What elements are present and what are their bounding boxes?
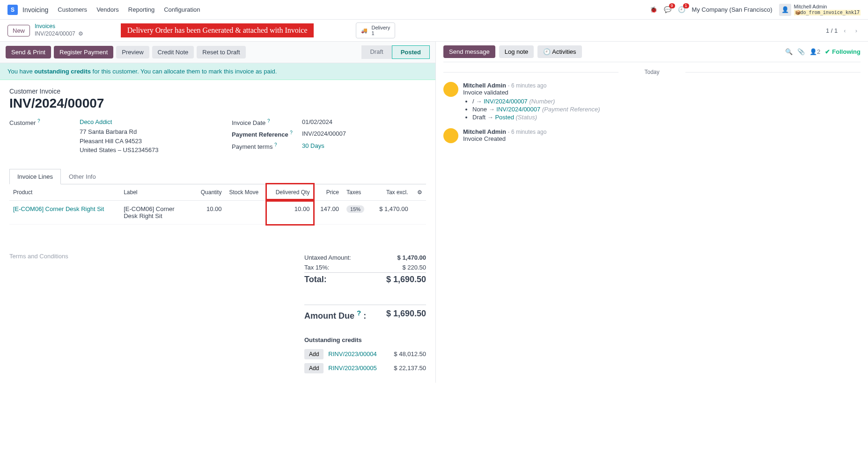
doc-number: INV/2024/00007 (9, 96, 426, 111)
pager-next-icon[interactable]: › (852, 26, 861, 36)
col-product[interactable]: Product (9, 184, 120, 201)
form-view: Send & Print Register Payment Preview Cr… (0, 42, 435, 383)
messages-icon[interactable]: 💬9 (664, 6, 671, 13)
tab-invoice-lines[interactable]: Invoice Lines (9, 169, 61, 184)
cell-tax[interactable]: 15% (343, 200, 371, 224)
add-credit-button[interactable]: Add (304, 349, 324, 359)
smart-button-delivery[interactable]: 🚚 Delivery 1 (356, 22, 395, 38)
activities-button[interactable]: 🕘 Activities (537, 45, 581, 58)
annotation-banner: Delivery Order has been Generated & atta… (121, 23, 314, 37)
chatter-message: Mitchell Admin - 6 minutes ago Invoice v… (443, 82, 861, 122)
cell-label[interactable]: [E-COM06] Corner Desk Right Sit (120, 200, 193, 224)
status-posted[interactable]: Posted (392, 45, 430, 59)
company-switcher[interactable]: My Company (San Francisco) (692, 6, 772, 13)
invoice-date-label: Invoice Date ? (232, 118, 302, 126)
customer-value[interactable]: Deco Addict (80, 118, 204, 125)
send-print-button[interactable]: Send & Print (6, 46, 51, 58)
invoice-date-value[interactable]: 01/02/2024 (302, 118, 426, 125)
payment-terms-value[interactable]: 30 Days (302, 142, 426, 149)
menu-configuration[interactable]: Configuration (164, 6, 200, 13)
top-nav: S Invoicing Customers Vendors Reporting … (0, 0, 868, 20)
avatar-icon: 👤 (779, 4, 791, 16)
new-button[interactable]: New (7, 25, 30, 36)
user-name: Mitchell Admin (794, 4, 861, 10)
col-price[interactable]: Price (313, 184, 343, 201)
debug-icon[interactable]: 🐞 (650, 6, 657, 13)
tabs: Invoice Lines Other Info (9, 169, 426, 184)
db-name: 📦do_from_invoice_knk17 (794, 10, 861, 15)
outstanding-credits-alert[interactable]: You have outstanding credits for this cu… (0, 63, 435, 80)
outstanding-row: Add RINV/2023/00004 $ 48,012.50 (304, 347, 426, 361)
cell-delivered[interactable]: 10.00 (267, 200, 314, 224)
reset-draft-button[interactable]: Reset to Draft (197, 46, 245, 58)
cell-taxexcl: $ 1,470.00 (371, 200, 412, 224)
cell-qty[interactable]: 10.00 (193, 200, 225, 224)
invoice-lines-table: Product Label Quantity Stock Move Delive… (9, 184, 426, 225)
cell-stock[interactable] (225, 200, 266, 224)
send-message-button[interactable]: Send message (443, 45, 495, 58)
outstanding-credits: Outstanding credits Add RINV/2023/00004 … (304, 336, 426, 375)
chatter-message: Mitchell Admin - 6 minutes ago Invoice C… (443, 128, 861, 143)
following-button[interactable]: ✔ Following (825, 48, 861, 55)
col-quantity[interactable]: Quantity (193, 184, 225, 201)
app-name[interactable]: Invoicing (22, 6, 48, 14)
credit-note-button[interactable]: Credit Note (152, 46, 194, 58)
table-row[interactable]: [E-COM06] Corner Desk Right Sit [E-COM06… (9, 200, 426, 224)
pager-prev-icon[interactable]: ‹ (840, 26, 849, 36)
breadcrumb-current: INV/2024/00007 ⚙ (35, 30, 83, 38)
search-icon[interactable]: 🔍 (785, 48, 793, 55)
control-panel: New Invoices INV/2024/00007 ⚙ Delivery O… (0, 20, 868, 41)
preview-button[interactable]: Preview (116, 46, 149, 58)
status-bar: Send & Print Register Payment Preview Cr… (0, 42, 435, 63)
chatter: Send message Log note 🕘 Activities 🔍 📎 👤… (435, 42, 868, 383)
credit-ref[interactable]: RINV/2023/00004 (328, 350, 389, 357)
attachment-icon[interactable]: 📎 (797, 48, 805, 55)
gear-icon[interactable]: ⚙ (78, 30, 83, 38)
col-stock-move[interactable]: Stock Move (225, 184, 266, 201)
activities-icon[interactable]: 🕘1 (678, 6, 685, 13)
date-separator: Today (443, 69, 861, 75)
avatar-icon (443, 128, 458, 143)
menu-reporting[interactable]: Reporting (128, 6, 154, 13)
col-taxes[interactable]: Taxes (343, 184, 371, 201)
pager: 1 / 1 ‹ › (826, 26, 861, 36)
col-tax-excl[interactable]: Tax excl. (371, 184, 412, 201)
col-options-icon[interactable]: ⚙ (412, 184, 426, 201)
avatar-icon (443, 82, 458, 97)
user-menu[interactable]: 👤 Mitchell Admin 📦do_from_invoice_knk17 (779, 4, 861, 16)
cell-price[interactable]: 147.00 (313, 200, 343, 224)
register-payment-button[interactable]: Register Payment (54, 46, 113, 58)
menu-customers[interactable]: Customers (58, 6, 87, 13)
cell-product[interactable]: [E-COM06] Corner Desk Right Sit (9, 200, 120, 224)
breadcrumb-parent[interactable]: Invoices (35, 23, 83, 30)
add-credit-button[interactable]: Add (304, 363, 324, 373)
payment-ref-label: Payment Reference ? (232, 130, 302, 138)
app-logo-icon[interactable]: S (7, 5, 18, 15)
col-label[interactable]: Label (120, 184, 193, 201)
col-delivered-qty[interactable]: Delivered Qty (267, 184, 314, 201)
totals: Untaxed Amount:$ 1,470.00 Tax 15%:$ 220.… (304, 253, 426, 322)
doc-type: Customer Invoice (9, 87, 426, 95)
outstanding-row: Add RINV/2023/00005 $ 22,137.50 (304, 361, 426, 375)
customer-address: 77 Santa Barbara Rd Pleasant Hill CA 945… (80, 127, 204, 155)
customer-label: Customer ? (9, 118, 80, 126)
log-note-button[interactable]: Log note (499, 45, 534, 58)
payment-terms-label: Payment terms ? (232, 142, 302, 150)
credit-ref[interactable]: RINV/2023/00005 (328, 365, 389, 372)
followers-count[interactable]: 👤2 (809, 48, 820, 55)
truck-icon: 🚚 (361, 28, 368, 34)
payment-ref-value[interactable]: INV/2024/00007 (302, 130, 426, 137)
status-draft[interactable]: Draft (361, 45, 391, 59)
menu-vendors[interactable]: Vendors (96, 6, 119, 13)
terms-placeholder[interactable]: Terms and Conditions (9, 253, 295, 375)
tab-other-info[interactable]: Other Info (61, 169, 104, 184)
breadcrumb: Invoices INV/2024/00007 ⚙ (35, 23, 83, 37)
